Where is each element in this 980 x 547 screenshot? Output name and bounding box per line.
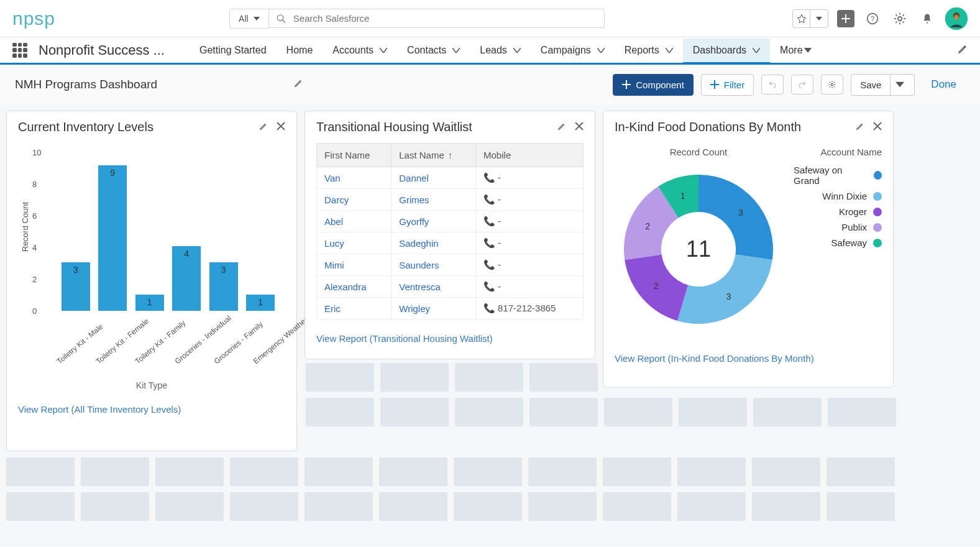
cell-first-name[interactable]: Van [317,167,392,189]
setup-button[interactable] [891,9,909,28]
cell-last-name[interactable]: Dannel [392,167,476,189]
col-mobile[interactable]: Mobile [476,144,584,167]
card-close-button[interactable] [575,122,584,133]
cell-mobile[interactable]: 📞- [476,254,584,276]
card-close-button[interactable] [277,122,285,133]
card-edit-button[interactable] [557,122,566,133]
add-filter-button[interactable]: Filter [701,74,754,96]
grid-tile [827,492,895,521]
save-button[interactable]: Save [851,74,891,96]
undo-icon [768,80,777,89]
cell-mobile[interactable]: 📞- [476,232,584,254]
card-edit-button[interactable] [856,122,864,133]
grid-tile [753,398,822,426]
close-icon [277,122,285,131]
legend-item[interactable]: Winn Dixie [794,188,882,204]
star-icon [797,14,807,24]
legend-item[interactable]: Safeway on Grand [794,162,882,188]
cell-last-name[interactable]: Gyorffy [392,211,476,232]
chevron-down-icon [513,48,521,53]
favorite-button[interactable] [793,10,810,27]
redo-icon [798,80,807,89]
cell-first-name[interactable]: Lucy [317,232,392,254]
search-scope-dropdown[interactable]: All [229,9,269,29]
nav-more[interactable]: More [770,39,821,62]
cell-first-name[interactable]: Alexandra [317,276,392,298]
svg-text:2: 2 [645,221,650,231]
search-input[interactable] [293,13,597,24]
cell-last-name[interactable]: Grimes [392,189,476,211]
bar: 1 [246,295,275,311]
cell-first-name[interactable]: Mimi [317,254,392,276]
cell-mobile[interactable]: 📞- [476,167,584,189]
nav-home[interactable]: Home [277,39,323,62]
nav-dashboards[interactable]: Dashboards [683,39,770,64]
cell-mobile[interactable]: 📞817-212-3865 [476,298,584,319]
nav-campaigns[interactable]: Campaigns [531,39,615,62]
cell-last-name[interactable]: Ventresca [392,276,476,298]
grid-tile [306,398,374,426]
edit-title-button[interactable] [294,79,303,90]
legend-item[interactable]: Publix [794,219,882,235]
col-last-name[interactable]: Last Name↑ [392,144,476,167]
legend-title: Account Name [794,147,882,157]
cell-mobile[interactable]: 📞- [476,189,584,211]
cell-first-name[interactable]: Abel [317,211,392,232]
nav-leads[interactable]: Leads [470,39,531,62]
undo-button[interactable] [761,75,784,94]
svg-line-1 [283,20,285,22]
nav-reports[interactable]: Reports [615,39,683,62]
cell-last-name[interactable]: Saunders [392,254,476,276]
chart-yticks: 0246810 [32,143,51,311]
nav-accounts[interactable]: Accounts [323,39,397,62]
save-dropdown[interactable] [891,74,915,96]
cell-last-name[interactable]: Wrigley [392,298,476,319]
legend-dot [873,223,882,232]
card-donations-title: In-Kind Food Donations By Month [615,120,801,134]
card-edit-button[interactable] [259,122,268,133]
edit-nav-button[interactable] [958,44,968,57]
cell-mobile[interactable]: 📞- [476,211,584,232]
nav-getting-started[interactable]: Getting Started [190,39,277,62]
avatar-icon [945,7,968,30]
add-component-button[interactable]: Component [613,74,694,96]
favorite-dropdown[interactable] [810,10,828,27]
global-add-button[interactable] [837,10,854,27]
nav-contacts[interactable]: Contacts [397,39,470,62]
user-avatar[interactable] [945,7,968,30]
cell-first-name[interactable]: Eric [317,298,392,319]
col-first-name[interactable]: First Name [317,144,392,167]
legend-item[interactable]: Safeway [794,235,882,251]
card-inventory-view-report[interactable]: View Report (All Time Inventory Levels) [7,398,296,425]
chevron-down-icon [380,48,387,53]
grid-tile [155,457,224,486]
grid-tile [6,492,75,521]
legend-item[interactable]: Kroger [794,204,882,219]
search-icon [277,14,286,24]
donut-chart: 3322111 [615,162,782,330]
cell-last-name[interactable]: Sadeghin [392,232,476,254]
grid-tile [379,492,447,521]
grid-tile [81,492,149,521]
grid-tile [230,492,298,521]
notifications-button[interactable] [918,9,936,28]
bar: 3 [209,262,238,311]
help-button[interactable]: ? [863,9,882,28]
dashboard-settings-button[interactable] [821,75,843,94]
card-inventory: Current Inventory Levels Record Count 02… [6,111,297,451]
svg-point-9 [831,83,833,86]
done-button[interactable]: Done [922,73,965,96]
cell-first-name[interactable]: Darcy [317,189,392,211]
sort-asc-icon: ↑ [448,150,453,160]
search-box[interactable] [269,9,605,28]
redo-button[interactable] [791,75,813,94]
grid-tile [230,457,298,486]
gear-icon [828,80,836,89]
pencil-icon [856,122,864,131]
app-launcher[interactable] [12,43,27,58]
card-close-button[interactable] [873,122,882,133]
donut-center-label: Record Count [615,147,782,157]
cell-mobile[interactable]: 📞- [476,276,584,298]
card-waitlist-view-report[interactable]: View Report (Transitional Housing Waitli… [305,327,595,354]
grid-tile [81,457,149,486]
